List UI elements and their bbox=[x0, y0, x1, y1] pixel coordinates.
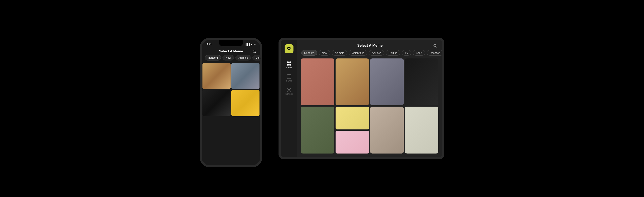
phone-meme-leo[interactable] bbox=[202, 90, 230, 116]
tablet-tag-random[interactable]: Random bbox=[301, 50, 317, 56]
tablet-meme-wolf[interactable] bbox=[370, 58, 404, 106]
tablet-meme-clapping[interactable] bbox=[370, 106, 404, 154]
tablet-meme-twobuttons-bottom[interactable] bbox=[336, 131, 369, 154]
tablet-main: Select A Meme Random New Animals Celebri… bbox=[297, 40, 442, 157]
svg-rect-4 bbox=[287, 64, 289, 66]
tablet-search-icon[interactable] bbox=[433, 44, 437, 48]
tablet-meme-wedding[interactable] bbox=[405, 106, 438, 154]
select-icon bbox=[287, 61, 291, 66]
phone-meme-grid bbox=[202, 63, 260, 116]
phone-time: 9:41 bbox=[206, 43, 212, 46]
phone-meme-distracted[interactable] bbox=[232, 63, 260, 89]
tablet-meme-twobuttons-top[interactable] bbox=[336, 106, 369, 130]
tablet-tag-tv[interactable]: TV bbox=[402, 50, 412, 56]
svg-line-10 bbox=[436, 46, 437, 47]
svg-point-0 bbox=[253, 50, 255, 52]
tablet-camera bbox=[361, 39, 362, 41]
phone-tag-animals[interactable]: Animals bbox=[236, 55, 251, 60]
tablet-tags: Random New Animals Celebrities Advices P… bbox=[297, 50, 442, 58]
tablet-tag-reaction[interactable]: Reaction bbox=[427, 50, 442, 56]
battery-icon: ▭ bbox=[254, 43, 256, 46]
phone-tag-new[interactable]: New bbox=[222, 55, 234, 60]
saved-icon bbox=[287, 74, 291, 79]
tablet-device: 🖼 Select bbox=[278, 38, 444, 159]
phone-meme-sponge[interactable] bbox=[232, 90, 260, 116]
svg-rect-6 bbox=[287, 75, 291, 79]
tablet-tag-new[interactable]: New bbox=[319, 50, 330, 56]
phone-device: 9:41 ▐▐▐ ▲ ▭ Select A Meme Random New An… bbox=[200, 38, 262, 167]
phone-search-icon[interactable] bbox=[252, 49, 256, 54]
sidebar-item-settings[interactable]: Settings bbox=[286, 88, 293, 95]
signal-icon: ▐▐▐ bbox=[245, 43, 250, 46]
phone-tag-celeb[interactable]: Celeb bbox=[252, 55, 260, 60]
svg-line-1 bbox=[255, 52, 256, 53]
sidebar-item-select[interactable]: Select bbox=[286, 61, 292, 69]
wifi-icon: ▲ bbox=[250, 43, 252, 46]
phone-meme-doge[interactable] bbox=[202, 63, 230, 89]
sidebar-select-label: Select bbox=[286, 66, 292, 69]
svg-point-8 bbox=[288, 89, 290, 90]
tablet-title: Select A Meme bbox=[307, 44, 433, 48]
tablet-header: Select A Meme bbox=[297, 40, 442, 50]
phone-tag-random[interactable]: Random bbox=[205, 55, 221, 60]
tablet-meme-doge[interactable] bbox=[336, 58, 369, 106]
tablet-inner: 🖼 Select bbox=[281, 40, 442, 157]
sidebar-settings-label: Settings bbox=[286, 93, 293, 95]
tablet-meme-romney[interactable] bbox=[301, 58, 334, 106]
tablet-sidebar: 🖼 Select bbox=[281, 40, 297, 157]
tablet-tag-sport[interactable]: Sport bbox=[413, 50, 425, 56]
tablet-tag-celebrities[interactable]: Celebrities bbox=[349, 50, 367, 56]
tablet-meme-leo[interactable] bbox=[405, 58, 438, 106]
tablet-meme-twobuttons-container bbox=[336, 106, 369, 154]
tablet-tag-politics[interactable]: Politics bbox=[386, 50, 400, 56]
sidebar-saved-label: Saved bbox=[286, 80, 292, 82]
scene: 9:41 ▐▐▐ ▲ ▭ Select A Meme Random New An… bbox=[0, 0, 644, 197]
phone-status-icons: ▐▐▐ ▲ ▭ bbox=[245, 43, 256, 46]
phone-tags: Random New Animals Celeb bbox=[202, 55, 260, 63]
settings-icon bbox=[287, 88, 291, 92]
svg-rect-3 bbox=[290, 62, 291, 63]
phone-header: Select A Meme bbox=[202, 47, 260, 55]
phone-notch bbox=[219, 40, 243, 46]
phone-title: Select A Meme bbox=[219, 49, 243, 54]
tablet-meme-pablo[interactable] bbox=[301, 106, 334, 154]
svg-rect-2 bbox=[287, 62, 289, 63]
sidebar-nav: Select Saved bbox=[286, 61, 293, 153]
svg-point-9 bbox=[434, 44, 436, 47]
phone-content: Select A Meme Random New Animals Celeb bbox=[202, 47, 260, 162]
tablet-tag-animals[interactable]: Animals bbox=[332, 50, 347, 56]
tablet-tag-advices[interactable]: Advices bbox=[369, 50, 384, 56]
svg-rect-5 bbox=[290, 64, 291, 66]
sidebar-logo: 🖼 bbox=[284, 44, 294, 53]
tablet-meme-grid bbox=[297, 58, 442, 157]
logo-icon: 🖼 bbox=[287, 47, 291, 51]
sidebar-item-saved[interactable]: Saved bbox=[286, 74, 292, 82]
